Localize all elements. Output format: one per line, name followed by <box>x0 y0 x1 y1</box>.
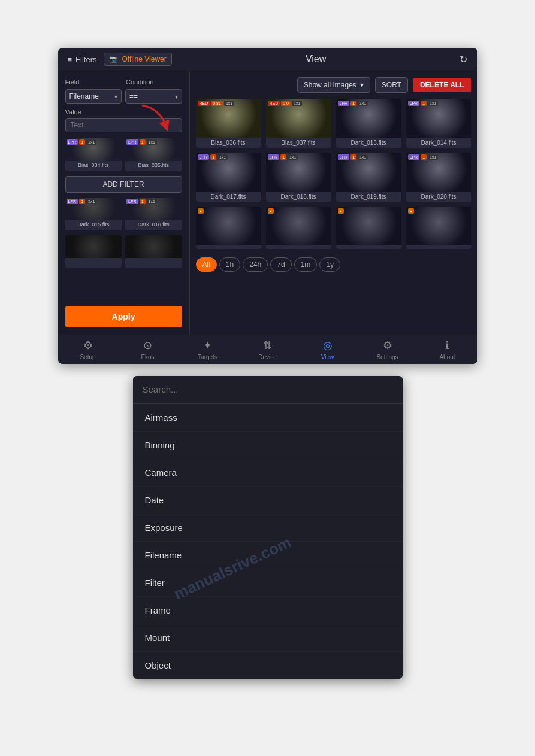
dropdown-item-airmass[interactable]: Airmass <box>133 404 403 432</box>
time-btn-all[interactable]: All <box>196 257 217 272</box>
nav-about[interactable]: ℹ About <box>430 339 466 360</box>
item-label-exposure: Exposure <box>145 523 183 533</box>
apply-label: Apply <box>112 312 135 321</box>
dropdown-item-exposure[interactable]: Exposure <box>133 514 403 542</box>
filename-bias036: Bias_036.fits <box>196 138 261 148</box>
time-btn-1m[interactable]: 1m <box>294 257 318 272</box>
item-label-object: Object <box>145 660 171 670</box>
filename-row3-3 <box>336 245 401 249</box>
image-item-row3-2[interactable]: ● <box>266 207 331 249</box>
filter-thumbs-row2: LPR 1 5x1 Dark_015.fits LPR 1 1x1 Dark_0… <box>65 198 182 230</box>
image-item-dark013[interactable]: LPR 1 1x1 Dark_013.fits <box>336 99 401 148</box>
image-item-dark014[interactable]: LPR 1 1x1 Dark_014.fits <box>406 99 471 148</box>
filter-thumb-bias035[interactable]: LPR 1 1x1 Bias_035.fits <box>125 138 182 171</box>
sort-label: SORT <box>382 81 401 89</box>
offline-viewer-button[interactable]: 📷 Offline Viewer <box>104 53 171 66</box>
item-label-airmass: Airmass <box>145 412 177 423</box>
time-btn-7d[interactable]: 7d <box>270 257 291 272</box>
filter-thumb-bias034[interactable]: LPR 1 1x1 Bias_034.fits <box>65 138 122 171</box>
dropdown-search-input[interactable] <box>143 384 393 394</box>
condition-dropdown[interactable]: == ▾ <box>125 89 182 104</box>
item-label-filename: Filename <box>145 550 182 560</box>
image-item-dark019[interactable]: LPR 1 1x1 Dark_019.fits <box>336 153 401 202</box>
ekos-icon: ⊙ <box>143 339 152 352</box>
image-item-dark018[interactable]: LPR 1 1x1 Dark_018.fits <box>266 153 331 202</box>
filter-thumb-blank1[interactable] <box>65 235 122 268</box>
filename-row3-4 <box>406 245 471 249</box>
refresh-button[interactable]: ↻ <box>460 54 467 65</box>
add-filter-label: ADD FILTER <box>102 180 144 189</box>
filename-dark018: Dark_018.fits <box>266 192 331 202</box>
filename-dark019: Dark_019.fits <box>336 192 401 202</box>
nav-targets[interactable]: ✦ Targets <box>190 339 226 360</box>
field-dropdown-arrow: ▾ <box>114 93 117 100</box>
item-label-camera: Camera <box>145 467 177 478</box>
filter-thumb-blank2[interactable] <box>125 235 182 268</box>
offline-icon: 📷 <box>109 55 118 63</box>
setup-icon: ⚙ <box>83 339 93 352</box>
nav-setup[interactable]: ⚙ Setup <box>70 339 106 360</box>
image-item-row3-3[interactable]: ● <box>336 207 401 249</box>
show-all-arrow: ▾ <box>360 81 364 89</box>
nav-targets-label: Targets <box>198 354 217 360</box>
device-icon: ⇅ <box>263 339 272 352</box>
nav-settings[interactable]: ⚙ Settings <box>370 339 406 360</box>
delete-all-label: DELETE ALL <box>420 81 464 89</box>
nav-ekos[interactable]: ⊙ Ekos <box>130 339 166 360</box>
show-all-dropdown[interactable]: Show all Images ▾ <box>297 77 370 93</box>
dropdown-item-filename[interactable]: Filename <box>133 542 403 569</box>
dropdown-item-mount[interactable]: Mount <box>133 624 403 652</box>
item-label-mount: Mount <box>145 633 170 643</box>
time-filter-bar: All 1h 24h 7d 1m 1y <box>196 254 471 272</box>
nav-view[interactable]: ◎ View <box>310 339 346 360</box>
delete-all-button[interactable]: DELETE ALL <box>413 78 471 92</box>
apply-button[interactable]: Apply <box>65 306 182 327</box>
filter-thumbs-row1: LPR 1 1x1 Bias_034.fits LPR 1 1x1 Bias_0… <box>65 138 182 171</box>
targets-icon: ✦ <box>203 339 212 352</box>
app-screenshot: ≡ Filters 📷 Offline Viewer View ↻ Field … <box>58 48 477 364</box>
time-btn-1h[interactable]: 1h <box>219 257 240 272</box>
filename-dark017: Dark_017.fits <box>196 192 261 202</box>
thumb-label-bias035: Bias_035.fits <box>125 161 182 169</box>
item-label-binning: Binning <box>145 440 175 450</box>
condition-label: Condition <box>126 78 182 86</box>
images-toolbar: Show all Images ▾ SORT DELETE ALL <box>196 77 471 93</box>
image-item-row3-1[interactable]: ● <box>196 207 261 249</box>
show-all-label: Show all Images <box>304 81 356 89</box>
nav-device[interactable]: ⇅ Device <box>250 339 286 360</box>
filter-thumb-dark015[interactable]: LPR 1 5x1 Dark_015.fits <box>65 198 122 230</box>
sort-button[interactable]: SORT <box>375 77 408 93</box>
value-input[interactable] <box>65 118 182 132</box>
view-title: View <box>306 54 326 65</box>
time-btn-1y[interactable]: 1y <box>319 257 340 272</box>
thumb-label-dark015: Dark_015.fits <box>65 220 122 229</box>
dropdown-item-camera[interactable]: Camera <box>133 459 403 487</box>
refresh-icon: ↻ <box>460 54 467 65</box>
filter-row-labels: Field Condition <box>65 78 182 86</box>
dropdown-item-frame[interactable]: Frame <box>133 597 403 624</box>
filename-row3-2 <box>266 245 331 249</box>
dropdown-item-binning[interactable]: Binning <box>133 432 403 459</box>
dropdown-item-date[interactable]: Date <box>133 487 403 514</box>
image-item-bias037[interactable]: RED 0.0 1x1 Bias_037.fits <box>266 99 331 148</box>
image-item-dark020[interactable]: LPR 1 1x1 Dark_020.fits <box>406 153 471 202</box>
field-dropdown[interactable]: Filename ▾ <box>65 89 122 104</box>
image-item-row3-4[interactable]: ● <box>406 207 471 249</box>
filter-thumbs-row3 <box>65 235 182 268</box>
image-item-bias036[interactable]: RED 0.81 1x1 Bias_036.fits <box>196 99 261 148</box>
time-btn-24h[interactable]: 24h <box>243 257 268 272</box>
filters-button[interactable]: ≡ Filters <box>68 55 97 64</box>
dropdown-panel: Airmass Binning Camera Date Exposure Fil… <box>133 376 403 679</box>
add-filter-button[interactable]: ADD FILTER <box>65 176 182 193</box>
app-header: ≡ Filters 📷 Offline Viewer View ↻ <box>58 48 477 71</box>
dropdown-item-object[interactable]: Object <box>133 652 403 679</box>
image-item-dark017[interactable]: LPR 1 1x1 Dark_017.fits <box>196 153 261 202</box>
filter-thumb-dark016[interactable]: LPR 1 1x1 Dark_016.fits <box>125 198 182 230</box>
filter-dropdowns: Filename ▾ == ▾ <box>65 89 182 104</box>
about-icon: ℹ <box>445 339 449 352</box>
dropdown-item-filter[interactable]: Filter <box>133 569 403 597</box>
view-icon: ◎ <box>323 339 333 352</box>
bottom-nav: ⚙ Setup ⊙ Ekos ✦ Targets ⇅ Device ◎ View… <box>58 335 477 364</box>
field-label: Field <box>65 78 122 86</box>
filename-dark014: Dark_014.fits <box>406 138 471 148</box>
